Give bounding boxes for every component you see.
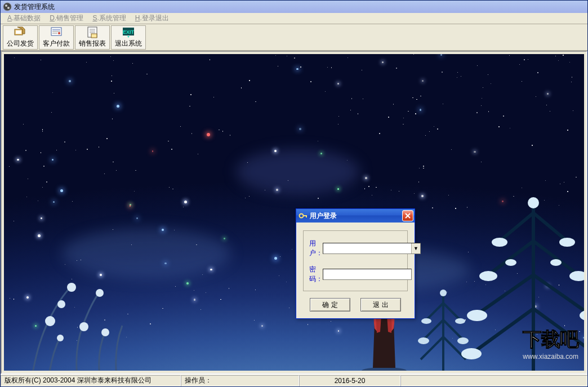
svg-point-36: [461, 348, 482, 359]
titlebar[interactable]: 发货管理系统: [1, 1, 587, 13]
toolbar-exit-button[interactable]: EXIT 退出系统: [111, 25, 146, 50]
svg-point-19: [45, 316, 55, 326]
login-dialog: 用户登录 用户： ▼ 密码：: [296, 208, 415, 319]
status-operator: 操作员：: [181, 375, 299, 386]
svg-point-2: [7, 7, 10, 9]
status-empty: [400, 375, 587, 386]
titlebar-text: 发货管理系统: [14, 2, 55, 12]
toolbar-label: 退出系统: [115, 39, 142, 48]
watermark: 下载吧 www.xiazaiba.com: [523, 327, 578, 361]
password-input[interactable]: [323, 269, 412, 280]
key-icon: [299, 212, 308, 220]
svg-point-33: [467, 310, 487, 321]
login-body: 用户： ▼ 密码： 确定 退出: [296, 223, 415, 318]
toolbar-company-ship-button[interactable]: 公司发货: [3, 25, 38, 50]
svg-point-1: [5, 5, 7, 7]
toolbar-label: 销售报表: [79, 39, 106, 48]
password-label: 密码：: [309, 265, 323, 284]
user-combobox[interactable]: ▼: [323, 243, 421, 254]
main-window: 发货管理系统 A.基础数据 D.销售管理 S.系统管理 H.登录退出 公司发货 …: [0, 0, 588, 387]
svg-point-29: [492, 238, 507, 247]
svg-point-31: [479, 271, 497, 281]
svg-point-20: [96, 289, 104, 297]
svg-rect-14: [91, 34, 97, 38]
tree-decoration: [21, 264, 133, 371]
toolbar-sales-report-button[interactable]: 销售报表: [75, 25, 110, 50]
svg-rect-45: [306, 215, 307, 217]
svg-point-30: [559, 238, 575, 247]
svg-point-38: [550, 259, 562, 266]
close-button[interactable]: [402, 210, 413, 221]
status-copyright: 版权所有(C) 2003-2004 深圳市泰来科技有限公司: [1, 375, 181, 386]
svg-point-9: [58, 32, 60, 34]
menu-basic-data[interactable]: A.基础数据: [3, 12, 45, 24]
toolbar: 公司发货 客户付款 销售报表 EXIT 退出系统: [1, 24, 587, 51]
toolbar-customer-pay-button[interactable]: 客户付款: [39, 25, 74, 50]
statusbar: 版权所有(C) 2003-2004 深圳市泰来科技有限公司 操作员： 2016-…: [1, 374, 587, 386]
menu-sales-mgmt[interactable]: D.销售管理: [45, 12, 88, 24]
login-titlebar[interactable]: 用户登录: [296, 209, 415, 223]
report-icon: [86, 26, 99, 38]
watermark-text: 下载吧: [523, 327, 578, 353]
svg-point-28: [440, 290, 447, 296]
svg-point-23: [57, 335, 64, 341]
svg-point-17: [67, 283, 76, 292]
svg-point-18: [57, 300, 65, 308]
toolbar-label: 客户付款: [43, 39, 70, 48]
workspace: 下载吧 www.xiazaiba.com 用户登录 用户：: [1, 51, 587, 374]
svg-point-37: [505, 259, 516, 266]
svg-point-26: [418, 337, 429, 344]
svg-point-0: [3, 3, 11, 11]
exit-button[interactable]: 退出: [360, 298, 401, 312]
svg-rect-4: [16, 30, 21, 34]
login-fieldset: 用户： ▼ 密码：: [303, 230, 408, 291]
svg-point-22: [101, 328, 109, 336]
svg-point-32: [569, 271, 584, 281]
svg-point-43: [300, 214, 304, 218]
receipt-icon: [50, 26, 63, 38]
exit-icon: EXIT: [122, 26, 135, 38]
svg-text:EXIT: EXIT: [123, 29, 135, 35]
toolbar-label: 公司发货: [7, 39, 34, 48]
box-truck-icon: [14, 26, 27, 38]
background-scene: 下载吧 www.xiazaiba.com: [4, 54, 584, 371]
login-title: 用户登录: [310, 211, 337, 221]
watermark-url: www.xiazaiba.com: [523, 353, 578, 361]
menubar: A.基础数据 D.销售管理 S.系统管理 H.登录退出: [1, 13, 587, 24]
status-date: 2016-5-20: [299, 375, 400, 386]
svg-point-35: [528, 197, 539, 208]
svg-point-21: [79, 322, 88, 331]
user-input[interactable]: [323, 243, 411, 253]
svg-point-24: [421, 318, 431, 324]
ok-button[interactable]: 确定: [310, 298, 350, 312]
chevron-down-icon[interactable]: ▼: [411, 243, 420, 253]
svg-point-34: [580, 310, 584, 321]
menu-system-mgmt[interactable]: S.系统管理: [88, 12, 130, 24]
menu-login-exit[interactable]: H.登录退出: [131, 12, 173, 24]
user-label: 用户：: [309, 239, 323, 258]
app-icon: [3, 2, 12, 11]
